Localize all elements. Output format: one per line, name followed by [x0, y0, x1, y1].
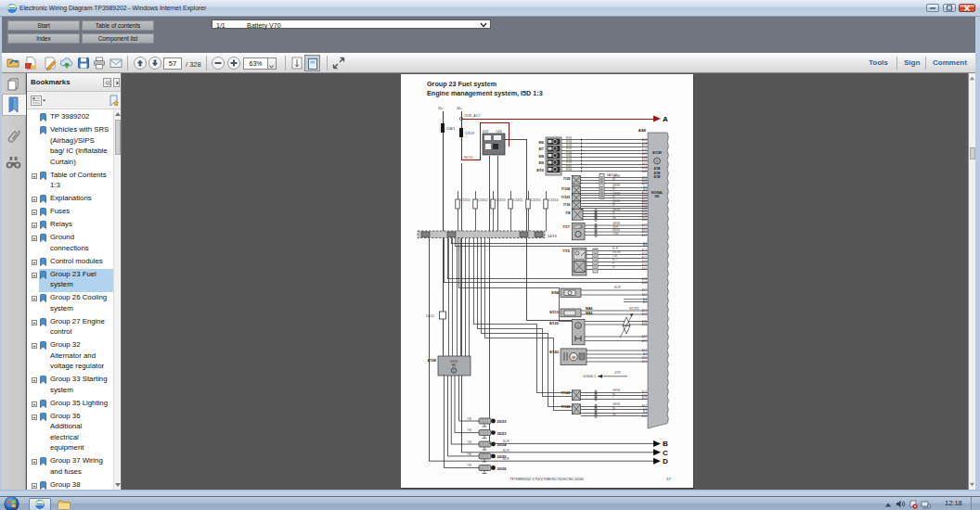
svg-text:A:44: A:44	[642, 166, 648, 170]
svg-text:A:30: A:30	[642, 263, 648, 267]
svg-text:A:48: A:48	[642, 170, 648, 173]
svg-text:A:14: A:14	[642, 360, 648, 363]
svg-text:8/143: 8/143	[549, 350, 560, 354]
svg-text:GR/SB: GR/SB	[612, 389, 620, 392]
svg-text:BL/R: BL/R	[614, 286, 622, 289]
svg-text:ECM: ECM	[652, 150, 662, 155]
svg-text:A:57: A:57	[642, 288, 648, 292]
svg-text:SB: SB	[612, 216, 616, 220]
svg-text:7/15: 7/15	[562, 249, 571, 253]
svg-text:Y/GN: Y/GN	[612, 232, 618, 236]
svg-text:B: B	[663, 440, 668, 448]
svg-text:L-BL: L-BL	[612, 254, 618, 258]
svg-text:A:23: A:23	[642, 312, 648, 316]
svg-text:A:57: A:57	[642, 234, 648, 237]
svg-text:A:51: A:51	[642, 339, 648, 343]
svg-text:Y: Y	[612, 409, 614, 413]
svg-text:D: D	[663, 457, 668, 465]
svg-text:BL/R: BL/R	[503, 440, 510, 443]
svg-text:A:6: A:6	[643, 352, 647, 356]
svg-text:A:62: A:62	[642, 293, 648, 297]
svg-text:GR/SB: GR/SB	[612, 402, 620, 406]
svg-text:1/3/19: 1/3/19	[465, 132, 474, 135]
svg-text:15/31_A1:2: 15/31_A1:2	[464, 114, 480, 118]
svg-text:1/13/15: 1/13/15	[531, 198, 541, 202]
svg-text:7/25: 7/25	[563, 176, 572, 181]
svg-text:R/SB: R/SB	[566, 150, 572, 154]
svg-text:A:18: A:18	[642, 142, 648, 146]
svg-text:C: C	[577, 325, 580, 328]
svg-text:1/13/12: 1/13/12	[478, 198, 488, 202]
svg-text:A:34: A:34	[642, 323, 648, 326]
svg-text:R/SB: R/SB	[566, 154, 572, 158]
svg-text:4/1B: 4/1B	[653, 172, 661, 175]
svg-text:A:62: A:62	[642, 349, 648, 352]
svg-text:54/1C: 54/1C	[426, 314, 435, 318]
svg-text:C: C	[663, 449, 668, 457]
svg-text:R/SB: R/SB	[566, 136, 572, 140]
svg-text:C4/6: C4/6	[496, 130, 502, 134]
svg-text:A:44: A:44	[642, 277, 648, 281]
svg-text:7/17: 7/17	[562, 224, 571, 229]
svg-text:S/C255: S/C255	[629, 307, 639, 311]
svg-text:BL/R: BL/R	[503, 457, 510, 461]
svg-text:1/13/13: 1/13/13	[496, 198, 506, 202]
svg-text:HD: HD	[655, 195, 660, 198]
svg-text:Y/B: Y/B	[467, 453, 471, 456]
svg-text:TP3989202 V70/V70R/XC70/XC90 2: TP3989202 V70/V70R/XC70/XC90 2006	[509, 477, 584, 481]
svg-text:8/9: 8/9	[538, 160, 544, 165]
svg-text:8/10: 8/10	[536, 168, 545, 172]
svg-text:Y: Y	[612, 395, 614, 399]
svg-text:30+: 30+	[438, 107, 444, 110]
svg-text:BL-R: BL-R	[612, 247, 618, 250]
svg-text:1/13/11: 1/13/11	[513, 198, 523, 202]
svg-text:A:26: A:26	[642, 148, 648, 152]
svg-text:A: A	[663, 115, 668, 123]
svg-text:6A/7:20: 6A/7:20	[607, 173, 617, 177]
svg-text:A:62: A:62	[642, 404, 648, 408]
svg-text:A:9: A:9	[643, 411, 647, 414]
svg-text:A:29: A:29	[642, 152, 648, 156]
svg-text:A:10: A:10	[642, 356, 648, 360]
svg-text:7/101: 7/101	[561, 195, 572, 199]
svg-text:A:9: A:9	[643, 244, 647, 248]
svg-text:M: M	[572, 355, 575, 360]
svg-text:7/165: 7/165	[561, 404, 572, 409]
svg-text:7/106: 7/106	[561, 186, 572, 191]
svg-text:8/120: 8/120	[549, 321, 560, 325]
svg-text:R/SB: R/SB	[566, 140, 572, 144]
svg-text:A:12: A:12	[642, 414, 648, 418]
svg-text:A:14: A:14	[642, 138, 648, 142]
svg-text:SB: SB	[612, 413, 616, 416]
svg-text:BL-Y: BL-Y	[612, 258, 618, 261]
svg-text:Y/B: Y/B	[467, 464, 471, 467]
svg-text:Y: Y	[612, 180, 614, 184]
svg-text:54/13: 54/13	[548, 235, 557, 238]
svg-text:1/13/14: 1/13/14	[548, 198, 559, 202]
svg-text:R/SB: R/SB	[566, 147, 572, 150]
svg-text:4/32: 4/32	[483, 130, 488, 134]
svg-text:8/6: 8/6	[538, 140, 544, 145]
svg-text:A:26: A:26	[642, 260, 648, 263]
svg-text:1/13/10: 1/13/10	[460, 198, 471, 202]
svg-text:4/46: 4/46	[638, 128, 647, 133]
svg-text:A:50: A:50	[642, 394, 648, 398]
svg-text:A:54: A:54	[642, 230, 648, 234]
svg-text:SB/R: SB/R	[612, 225, 618, 229]
svg-text:A:34: A:34	[642, 267, 648, 271]
svg-text:57: 57	[666, 477, 671, 481]
svg-text:6/2000-1: 6/2000-1	[584, 375, 596, 378]
svg-text:R/SB: R/SB	[566, 168, 572, 172]
svg-text:A:40: A:40	[642, 218, 648, 222]
svg-text:A:30: A:30	[642, 320, 648, 324]
svg-text:GR/SB: GR/SB	[612, 222, 620, 225]
svg-text:30+: 30+	[457, 107, 462, 110]
svg-text:A:14: A:14	[642, 249, 648, 252]
svg-text:4/1B: 4/1B	[653, 175, 661, 179]
svg-text:Y/B: Y/B	[467, 428, 471, 432]
svg-text:7/16: 7/16	[563, 202, 572, 207]
svg-text:BL/R: BL/R	[503, 449, 510, 453]
svg-text:A:48: A:48	[642, 281, 648, 285]
svg-text:R/SB: R/SB	[566, 144, 572, 147]
svg-text:20/22: 20/22	[497, 419, 508, 424]
